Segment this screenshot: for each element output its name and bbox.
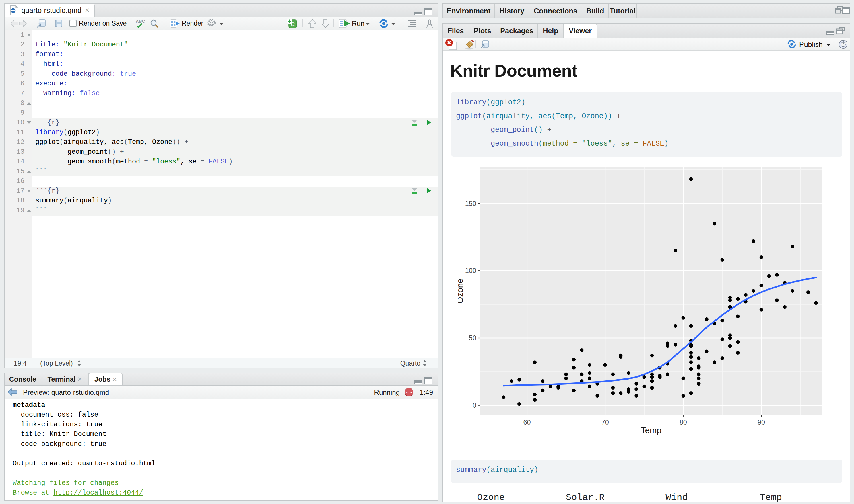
svg-text:50: 50: [469, 334, 476, 342]
svg-text:60: 60: [523, 418, 531, 426]
svg-text:Ozone: Ozone: [458, 279, 465, 304]
svg-text:90: 90: [757, 418, 765, 426]
svg-text:Temp: Temp: [641, 426, 661, 435]
svg-text:100: 100: [465, 267, 476, 274]
svg-text:STOP: STOP: [406, 391, 412, 394]
svg-text:80: 80: [680, 418, 687, 426]
svg-text:0: 0: [473, 402, 476, 409]
svg-text:70: 70: [602, 418, 609, 426]
svg-text:150: 150: [465, 200, 476, 207]
